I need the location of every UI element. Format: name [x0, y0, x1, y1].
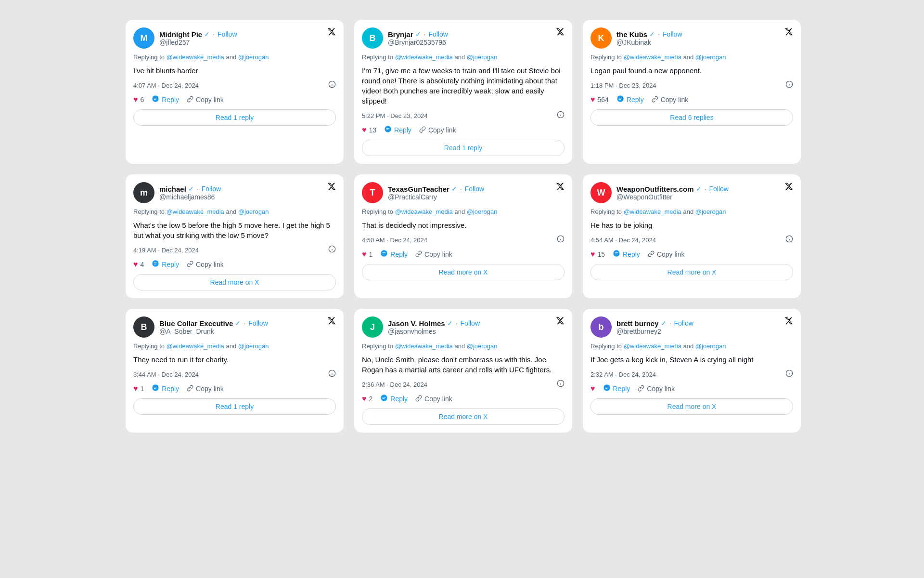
verified-icon: ✓	[235, 319, 241, 327]
avatar[interactable]: J	[362, 316, 383, 338]
follow-link[interactable]: Follow	[709, 185, 728, 193]
heart-icon: ♥	[362, 126, 367, 134]
x-logo-icon[interactable]	[327, 182, 336, 193]
tweet-text: Logan paul found a new opponent.	[590, 66, 793, 76]
reply-button[interactable]: Reply	[384, 125, 411, 135]
tweet-text: I'm 71, give me a few weeks to train and…	[362, 66, 565, 106]
avatar[interactable]: M	[133, 27, 154, 49]
avatar[interactable]: B	[133, 316, 154, 338]
tweet-card: JJason V. Holmes✓·Follow@jasonvholmesRep…	[354, 308, 573, 433]
follow-link[interactable]: Follow	[461, 319, 480, 327]
copy-link-button[interactable]: Copy link	[187, 385, 224, 393]
reply-label: Reply	[623, 250, 640, 258]
copy-link-button[interactable]: Copy link	[415, 250, 452, 259]
reply-button[interactable]: Reply	[380, 394, 408, 404]
reply-button[interactable]: Reply	[152, 95, 179, 105]
info-icon[interactable]	[328, 369, 336, 379]
x-logo-icon[interactable]	[327, 316, 336, 328]
tweet-header-left: TTexasGunTeacher✓·Follow@PracticalCarry	[362, 182, 484, 203]
reply-icon	[603, 384, 611, 394]
x-logo-icon[interactable]	[784, 27, 793, 39]
info-icon[interactable]	[785, 369, 793, 379]
copy-link-button[interactable]: Copy link	[187, 96, 224, 104]
user-info: brett burney✓·Follow@brettburney2	[616, 319, 693, 335]
svg-point-11	[617, 95, 623, 102]
read-more-button[interactable]: Read more on X	[590, 264, 793, 280]
reply-button[interactable]: Reply	[152, 260, 179, 269]
x-logo-icon[interactable]	[784, 316, 793, 328]
reply-button[interactable]: Reply	[152, 384, 179, 394]
tweet-header-left: BBrynjar✓·Follow@Brynjar02535796	[362, 27, 448, 49]
x-logo-icon[interactable]	[784, 182, 793, 193]
avatar[interactable]: W	[590, 182, 612, 203]
follow-link[interactable]: Follow	[663, 30, 682, 38]
copy-icon	[638, 385, 644, 393]
copy-link-button[interactable]: Copy link	[187, 261, 224, 269]
reply-button[interactable]: Reply	[380, 250, 408, 259]
read-more-button[interactable]: Read more on X	[590, 398, 793, 415]
tweet-meta: 4:19 AM · Dec 24, 2024	[133, 245, 336, 255]
read-more-button[interactable]: Read 6 replies	[590, 109, 793, 126]
follow-link[interactable]: Follow	[428, 30, 448, 38]
user-name-row: Blue Collar Executive✓·Follow	[159, 319, 268, 328]
like-group[interactable]: ♥13	[362, 126, 376, 134]
avatar[interactable]: B	[362, 27, 383, 49]
replying-to: Replying to @wideawake_media and @joerog…	[590, 53, 793, 61]
like-group[interactable]: ♥6	[133, 95, 144, 104]
copy-link-button[interactable]: Copy link	[652, 96, 689, 104]
read-more-button[interactable]: Read 1 reply	[133, 109, 336, 126]
heart-icon: ♥	[362, 394, 367, 403]
info-icon[interactable]	[785, 80, 793, 90]
reply-icon	[152, 95, 159, 105]
like-group[interactable]: ♥15	[590, 250, 605, 259]
avatar[interactable]: b	[590, 316, 612, 338]
info-icon[interactable]	[557, 380, 565, 389]
user-info: WeaponOutfitters.com✓·Follow@WeaponOutfi…	[616, 185, 729, 201]
like-group[interactable]: ♥2	[362, 394, 372, 403]
reply-button[interactable]: Reply	[613, 250, 640, 259]
info-icon[interactable]	[785, 235, 793, 245]
follow-link[interactable]: Follow	[202, 185, 221, 193]
reply-button[interactable]: Reply	[616, 95, 644, 105]
copy-link-button[interactable]: Copy link	[638, 385, 675, 393]
tweet-actions: ♥564ReplyCopy link	[590, 95, 793, 105]
like-group[interactable]: ♥564	[590, 95, 609, 104]
like-group[interactable]: ♥	[590, 384, 595, 393]
follow-link[interactable]: Follow	[674, 319, 693, 327]
x-logo-icon[interactable]	[556, 27, 565, 39]
copy-link-button[interactable]: Copy link	[648, 250, 685, 259]
reply-label: Reply	[162, 385, 179, 393]
tweet-header: BBrynjar✓·Follow@Brynjar02535796	[362, 27, 565, 49]
follow-link[interactable]: Follow	[218, 30, 237, 38]
info-icon[interactable]	[557, 235, 565, 245]
read-more-button[interactable]: Read more on X	[133, 274, 336, 290]
like-group[interactable]: ♥1	[362, 250, 372, 259]
copy-link-button[interactable]: Copy link	[419, 126, 456, 134]
avatar[interactable]: T	[362, 182, 383, 203]
tweet-header: bbrett burney✓·Follow@brettburney2	[590, 316, 793, 338]
follow-link[interactable]: Follow	[248, 319, 268, 327]
verified-icon: ✓	[696, 185, 702, 193]
x-logo-icon[interactable]	[556, 182, 565, 193]
info-icon[interactable]	[328, 245, 336, 255]
read-more-button[interactable]: Read more on X	[362, 408, 565, 425]
tweet-meta: 4:07 AM · Dec 24, 2024	[133, 80, 336, 90]
like-group[interactable]: ♥4	[133, 260, 144, 269]
x-logo-icon[interactable]	[556, 316, 565, 328]
info-icon[interactable]	[557, 111, 565, 120]
follow-link[interactable]: Follow	[465, 185, 484, 193]
copy-link-button[interactable]: Copy link	[415, 395, 452, 403]
avatar[interactable]: m	[133, 182, 154, 203]
read-more-button[interactable]: Read 1 reply	[133, 398, 336, 415]
like-group[interactable]: ♥1	[133, 384, 144, 393]
copy-link-label: Copy link	[657, 250, 685, 258]
read-more-button[interactable]: Read more on X	[362, 264, 565, 280]
user-info: Jason V. Holmes✓·Follow@jasonvholmes	[388, 319, 480, 335]
reply-label: Reply	[390, 250, 408, 258]
read-more-button[interactable]: Read 1 reply	[362, 140, 565, 156]
info-icon[interactable]	[328, 80, 336, 90]
reply-button[interactable]: Reply	[603, 384, 630, 394]
tweet-header: JJason V. Holmes✓·Follow@jasonvholmes	[362, 316, 565, 338]
x-logo-icon[interactable]	[327, 27, 336, 39]
avatar[interactable]: K	[590, 27, 612, 49]
